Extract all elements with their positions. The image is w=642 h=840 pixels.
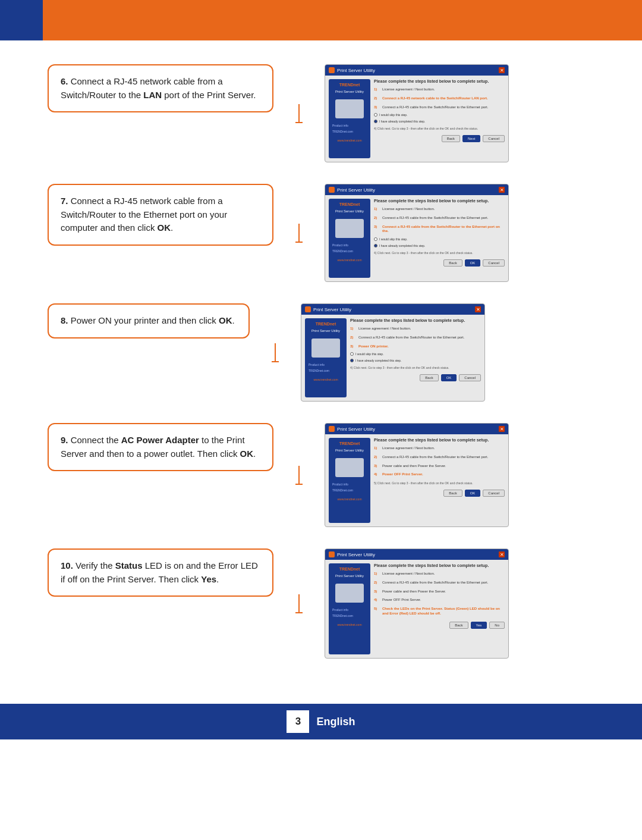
sc-row-10-2: 2) Connect a RJ-45 cable from the Switch… [374,579,505,587]
sc-yes-10[interactable]: Yes [471,622,487,629]
header-bar [0,0,642,40]
sc-row-10-5: 5) Check the LEDs on the Print Server. S… [374,606,505,618]
sc-num-8-2: 2) [350,336,356,339]
titlebar-text-7: Print Server Utility [337,187,496,193]
sidebar-link-2: TRENDnet.com [331,129,368,134]
sidebar-label-8: Print Server Utility [311,329,340,334]
screenshot-main-9: Please complete the steps listed below t… [374,438,505,523]
sidebar-url: www.trendnet.com [337,139,361,142]
sc-ok-9[interactable]: OK [465,490,481,497]
sc-row-9-2: 2) Connect a RJ-45 cable from the Switch… [374,454,505,461]
sc-num-8-1: 1) [350,327,356,330]
sc-num-7-3: 3) [374,225,380,228]
sc-step-num-1: 1) [374,87,380,91]
sc-title-10: Please complete the steps listed below t… [374,563,505,568]
sc-ok-8[interactable]: OK [441,374,457,381]
step-10-screenshot: Print Server Utility ✕ TRENDnet Print Se… [325,548,509,659]
page-number-box: 3 [287,710,309,733]
sidebar-links-7: Product info TRENDnet.com [331,243,368,253]
sc-footer-text: 4) Click next. Go to step 3 - then after… [374,127,505,131]
step-9-bold2: OK [240,449,254,459]
step-9-screenshot: Print Server Utility ✕ TRENDnet Print Se… [325,423,509,527]
sc-text-8-2: Connect a RJ-45 cable from the Switch/Ro… [358,336,464,340]
close-btn-8[interactable]: ✕ [475,306,481,312]
sc-num-10-3: 3) [374,590,380,593]
sidebar-logo-7: TRENDnet [339,202,360,207]
sc-num-7-1: 1) [374,207,380,211]
sc-radio-7-2: I have already completed this step. [374,243,505,248]
sidebar-logo-9: TRENDnet [339,441,360,446]
sidebar-label-9: Print Server Utility [335,449,364,453]
close-btn-9[interactable]: ✕ [499,426,505,432]
sc-ok-7[interactable]: OK [465,259,481,267]
sc-back-8[interactable]: Back [420,374,438,381]
step-10-section: 10. Verify the Status LED is on and the … [48,548,594,659]
screenshot-main-10: Please complete the steps listed below t… [374,563,505,654]
step-6-num: 6. [61,76,68,86]
sc-back-10[interactable]: Back [449,622,468,629]
connector-arrow-7 [295,242,303,243]
sidebar-url-9: www.trendnet.com [337,497,361,501]
sidebar-logo: TRENDnet [339,83,360,87]
sc-no-10[interactable]: No [489,622,505,629]
step-8-text-before: Power ON your printer and then click [71,315,219,325]
sc-title-9: Please complete the steps listed below t… [374,438,505,442]
sidebar-url-8: www.trendnet.com [313,378,338,381]
sc-back-7[interactable]: Back [443,259,462,267]
connector-line-7 [298,224,300,242]
sidebar-device-image-8 [311,338,340,358]
sidebar-link-7-2: TRENDnet.com [331,249,368,253]
sidebar-link-8-1: Product info [307,362,344,367]
screenshot-main-8: Please complete the steps listed below t… [350,318,481,397]
sc-title-7: Please complete the steps listed below t… [374,199,505,203]
sidebar-link-10-2: TRENDnet.com [331,613,368,618]
step-10-connector [290,548,308,659]
sc-footer-7: 4) Click next. Go to step 3 - then after… [374,251,505,255]
sc-row-10-1: 1) License agreement / Next button. [374,571,505,578]
step-8-section: 8. Power ON your printer and then click … [48,303,594,402]
sc-radio-label-1: I would skip this step. [379,113,408,117]
sc-radio-label-2: I have already completed this step. [379,120,425,123]
sc-text-10-1: License agreement / Next button. [382,572,435,576]
sc-back-9[interactable]: Back [443,490,462,497]
step-7-text-after: . [171,222,173,233]
sc-row-9-1: 1) License agreement / Next button. [374,445,505,452]
step-8-bold: OK [219,315,232,325]
sc-next-btn[interactable]: Next [462,135,480,142]
sc-text-9-1: License agreement / Next button. [382,446,435,451]
screenshot-sidebar-9: TRENDnet Print Server Utility Product in… [329,438,370,523]
sidebar-link-7-1: Product info [331,243,368,247]
sc-btns-7: Back OK Cancel [374,259,505,267]
sc-cancel-7[interactable]: Cancel [483,259,505,267]
sc-radio-row-2: I have already completed this step. [374,119,505,124]
sc-cancel-9[interactable]: Cancel [483,490,505,497]
screenshot-sidebar-8: TRENDnet Print Server Utility Product in… [305,318,347,397]
sc-text-7-1: License agreement / Next button. [382,207,435,212]
sc-step-num-2: 2) [374,96,380,100]
sc-main-title: Please complete the steps listed below t… [374,79,505,83]
sc-radio-8-1-lbl: I would skip this step. [355,352,384,356]
connector-arrow-8 [272,361,279,362]
sidebar-url-10: www.trendnet.com [337,623,361,626]
sc-radio-2 [374,120,377,123]
close-btn[interactable]: ✕ [499,67,505,73]
sc-back-btn[interactable]: Back [442,135,460,142]
step-9-bold: AC Power Adapter [121,435,199,445]
sidebar-label: Print Server Utility [335,90,364,95]
sc-radio-7-1-lbl: I would skip this step. [379,237,408,241]
sc-num-10-4: 4) [374,598,380,601]
title-dot [329,67,335,73]
close-btn-7[interactable]: ✕ [499,187,505,193]
sc-radio-1 [374,113,377,117]
sc-num-7-2: 2) [374,216,380,220]
screenshot-sidebar: TRENDnet Print Server Utility Product in… [329,79,370,158]
sidebar-link-10-1: Product info [331,607,368,612]
close-btn-10[interactable]: ✕ [499,551,505,557]
connector-arrow [295,122,303,123]
sc-footer-8: 4) Click next. Go to step 3 - then after… [350,366,481,370]
sc-cancel-btn[interactable]: Cancel [483,135,505,142]
step-10-text-after2: . [216,574,219,584]
step-6-box: 6. Connect a RJ-45 network cable from a … [48,64,273,112]
sc-cancel-8[interactable]: Cancel [459,374,481,381]
step-10-bold: Status [115,560,143,571]
